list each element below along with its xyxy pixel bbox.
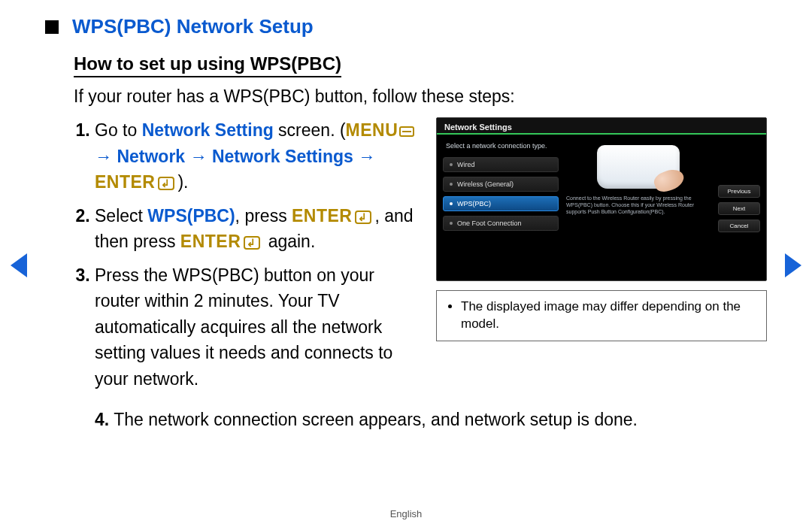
enter-icon: [355, 210, 371, 224]
enter-key-2: ENTER: [292, 206, 352, 226]
tv-previous-button[interactable]: Previous: [718, 185, 760, 198]
step-2: Select WPS(PBC), press ENTER, and then p…: [95, 203, 421, 255]
option-wireless-label: Wireless (General): [457, 180, 514, 188]
step1-part-b: screen. (: [274, 120, 346, 140]
intro-text: If your router has a WPS(PBC) button, fo…: [74, 86, 767, 107]
option-wired-label: Wired: [457, 161, 475, 168]
step4-text: The network connection screen appears, a…: [114, 410, 638, 429]
wps-link: WPS(PBC): [147, 206, 235, 226]
tv-cancel-button[interactable]: Cancel: [718, 220, 760, 232]
page-footer: English: [0, 508, 812, 519]
option-wps[interactable]: WPS(PBC): [443, 196, 559, 211]
menu-icon: [399, 126, 414, 137]
step2-d: again.: [263, 232, 315, 251]
tv-header: Network Settings: [437, 118, 766, 135]
network-link-1: Network: [117, 147, 185, 166]
step2-b: , press: [235, 206, 292, 226]
image-note: The displayed image may differ depending…: [436, 290, 767, 341]
enter-icon: [158, 177, 174, 190]
arrow-1: →: [95, 147, 117, 166]
enter-icon: [244, 236, 260, 250]
network-settings-link: Network Settings: [212, 147, 353, 166]
arrow-3: →: [353, 147, 375, 166]
option-wps-label: WPS(PBC): [457, 200, 491, 207]
page-title-row: WPS(PBC) Network Setup: [45, 15, 767, 38]
image-note-text: The displayed image may differ depending…: [461, 298, 756, 333]
enter-key-1: ENTER: [95, 172, 155, 192]
step-1: Go to Network Setting screen. (MENU → Ne…: [95, 117, 421, 195]
step2-a: Select: [95, 206, 147, 226]
menu-key: MENU: [346, 120, 398, 140]
tv-instruction: Select a network connection type.: [446, 142, 559, 150]
option-wireless[interactable]: Wireless (General): [443, 177, 559, 192]
option-onefoot[interactable]: One Foot Connection: [443, 216, 559, 231]
tv-description: Connect to the Wireless Router easily by…: [565, 195, 712, 215]
step4-number: 4.: [95, 410, 109, 429]
option-onefoot-label: One Foot Connection: [457, 220, 522, 227]
page-title: WPS(PBC) Network Setup: [72, 15, 314, 38]
option-wired[interactable]: Wired: [443, 157, 559, 172]
step1-part-a: Go to: [95, 120, 142, 140]
arrow-2: →: [185, 147, 212, 166]
sub-heading: How to set up using WPS(PBC): [74, 53, 341, 77]
tv-next-button[interactable]: Next: [718, 202, 760, 215]
router-illustration: [597, 145, 680, 189]
step1-part-c: ).: [177, 172, 188, 192]
step-3: Press the WPS(PBC) button on your router…: [95, 262, 421, 392]
step-4: 4.The network connection screen appears,…: [95, 407, 767, 433]
tv-screenshot: Network Settings Select a network connec…: [436, 117, 767, 281]
network-setting-link: Network Setting: [142, 120, 274, 140]
enter-key-3: ENTER: [180, 232, 241, 251]
title-bullet-icon: [45, 20, 59, 34]
